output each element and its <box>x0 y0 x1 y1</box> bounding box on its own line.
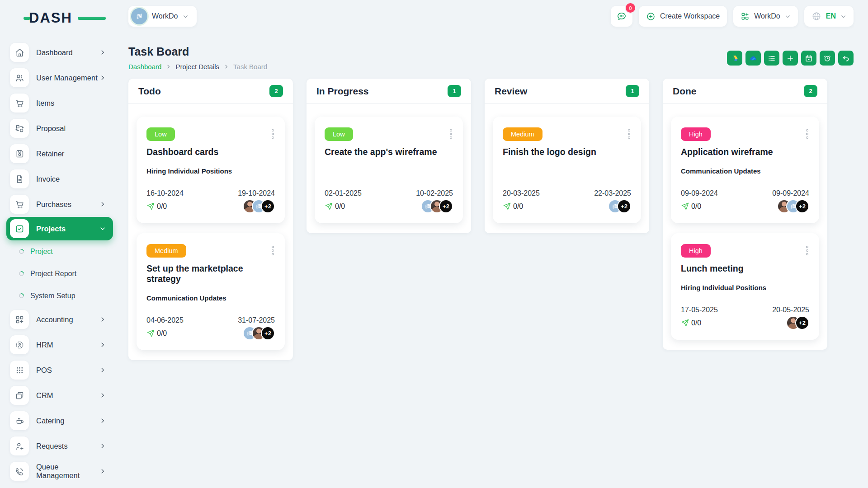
add-task-button[interactable] <box>783 51 798 66</box>
sidebar-item-hrm[interactable]: HRM <box>0 332 117 357</box>
task-start-date: 20-03-2025 <box>503 189 540 197</box>
grid-plus-icon <box>10 310 29 329</box>
card-menu-button[interactable] <box>805 127 809 141</box>
chevron-right-icon <box>99 468 106 474</box>
extra-members-badge[interactable]: +2 <box>261 326 275 340</box>
task-start-date: 04-06-2025 <box>146 316 184 324</box>
extra-members-badge[interactable]: +2 <box>795 199 809 213</box>
sidebar-item-label: CRM <box>36 391 99 400</box>
column-count-badge: 2 <box>804 85 817 97</box>
list-icon <box>768 54 776 62</box>
task-card[interactable]: Medium Set up the marketplace strategy C… <box>137 233 285 350</box>
send-icon <box>681 319 689 327</box>
app-switcher-label: WorkDo <box>754 12 780 20</box>
send-icon <box>503 202 511 211</box>
task-list-button[interactable] <box>764 51 779 66</box>
task-card[interactable]: High Lunch meeting Hiring Individual Pos… <box>671 233 819 340</box>
sidebar-subitem-label: System Setup <box>30 292 75 300</box>
extra-members-badge[interactable]: +2 <box>617 199 631 213</box>
sidebar-item-label: Purchases <box>36 200 99 209</box>
task-project: Hiring Individual Positions <box>146 167 275 176</box>
assignee-avatars: +2 <box>608 199 631 213</box>
sidebar-item-queue-management[interactable]: Queue Management <box>0 459 117 484</box>
language-dropdown[interactable]: EN <box>804 6 854 27</box>
task-title[interactable]: Application wireframe <box>681 147 809 157</box>
task-title[interactable]: Finish the logo design <box>503 147 631 157</box>
messages-button[interactable]: 0 <box>611 6 632 27</box>
chevron-down-icon <box>183 14 189 19</box>
google-drive-button[interactable] <box>727 51 742 66</box>
task-progress: 0/0 <box>681 319 701 327</box>
task-title[interactable]: Set up the marketplace strategy <box>146 263 275 284</box>
chevron-right-icon <box>99 75 106 81</box>
back-button[interactable] <box>838 51 854 66</box>
extra-members-badge[interactable]: +2 <box>261 199 275 213</box>
sidebar-item-projects[interactable]: Projects <box>6 217 113 240</box>
sidebar-item-pos[interactable]: POS <box>0 357 117 383</box>
onedrive-button[interactable] <box>745 51 761 66</box>
workspace-selector[interactable]: WorkDo <box>128 6 197 27</box>
card-menu-button[interactable] <box>627 127 631 141</box>
sidebar-item-purchases[interactable]: Purchases <box>0 192 117 217</box>
sidebar-item-dashboard[interactable]: Dashboard <box>0 40 117 65</box>
users-icon <box>10 68 29 87</box>
create-workspace-button[interactable]: Create Workspace <box>639 6 727 27</box>
app-switcher-dropdown[interactable]: WorkDo <box>733 6 798 27</box>
sidebar-item-crm[interactable]: CRM <box>0 383 117 408</box>
task-card[interactable]: Low Dashboard cards Hiring Individual Po… <box>137 117 285 223</box>
calendar-button[interactable] <box>801 51 816 66</box>
task-progress: 0/0 <box>503 202 523 211</box>
task-title[interactable]: Dashboard cards <box>146 147 275 157</box>
column-review: Review 1 Medium Finish the logo design 2… <box>485 79 649 233</box>
circle-plus-icon <box>646 12 656 21</box>
send-icon <box>325 202 333 211</box>
sidebar-item-invoice[interactable]: Invoice <box>0 166 117 192</box>
breadcrumb-dashboard[interactable]: Dashboard <box>128 63 161 70</box>
timer-button[interactable] <box>820 51 835 66</box>
card-menu-button[interactable] <box>271 244 275 257</box>
extra-members-badge[interactable]: +2 <box>795 316 809 330</box>
sidebar-item-items[interactable]: Items <box>0 90 117 116</box>
priority-badge: Medium <box>503 127 542 141</box>
sidebar-subitem-system-setup[interactable]: System Setup <box>0 285 117 307</box>
chevron-right-icon <box>99 418 106 424</box>
breadcrumb-project-details[interactable]: Project Details <box>175 63 219 70</box>
card-menu-button[interactable] <box>449 127 453 141</box>
send-icon <box>681 202 689 211</box>
task-card[interactable]: Low Create the app's wireframe 02-01-202… <box>315 117 463 223</box>
sidebar-item-user-management[interactable]: User Management <box>0 65 117 90</box>
task-board: Todo 2 Low Dashboard cards Hiring Indivi… <box>128 79 854 360</box>
task-title[interactable]: Create the app's wireframe <box>325 147 453 157</box>
sidebar-item-retainer[interactable]: Retainer <box>0 141 117 166</box>
logo-bar-icon <box>78 17 106 20</box>
column-title: Review <box>495 86 527 97</box>
app-logo[interactable]: DASH <box>29 10 88 26</box>
task-card[interactable]: High Application wireframe Communication… <box>671 117 819 223</box>
task-title[interactable]: Lunch meeting <box>681 263 809 274</box>
spinner-bullet-icon <box>18 292 25 299</box>
sidebar-item-label: Proposal <box>36 124 117 133</box>
task-card[interactable]: Medium Finish the logo design 20-03-2025… <box>493 117 641 223</box>
sidebar-item-proposal[interactable]: Proposal <box>0 116 117 141</box>
column-cards: Medium Finish the logo design 20-03-2025… <box>485 104 649 233</box>
extra-members-badge[interactable]: +2 <box>439 199 453 213</box>
sidebar-item-accounting[interactable]: Accounting <box>0 307 117 332</box>
card-menu-button[interactable] <box>271 127 275 141</box>
task-start-date: 09-09-2024 <box>681 189 718 197</box>
cart-icon <box>10 195 29 214</box>
column-todo: Todo 2 Low Dashboard cards Hiring Indivi… <box>128 79 293 360</box>
sidebar-item-catering[interactable]: Catering <box>0 408 117 433</box>
sidebar: DASH Dashboard User Management Items <box>0 0 117 488</box>
sidebar-nav: Dashboard User Management Items Proposal <box>0 40 117 484</box>
breadcrumb: Dashboard Project Details Task Board <box>128 63 267 70</box>
user-plus-icon <box>10 436 29 455</box>
sidebar-subitem-project[interactable]: Project <box>0 240 117 263</box>
task-end-date: 09-09-2024 <box>772 189 809 197</box>
column-cards: High Application wireframe Communication… <box>663 104 827 350</box>
sidebar-item-requests[interactable]: Requests <box>0 433 117 459</box>
card-menu-button[interactable] <box>805 244 809 257</box>
sidebar-subitem-project-report[interactable]: Project Report <box>0 263 117 285</box>
chevron-right-icon <box>166 64 171 69</box>
assignee-avatars: +2 <box>786 316 809 330</box>
column-count-badge: 2 <box>269 85 283 97</box>
